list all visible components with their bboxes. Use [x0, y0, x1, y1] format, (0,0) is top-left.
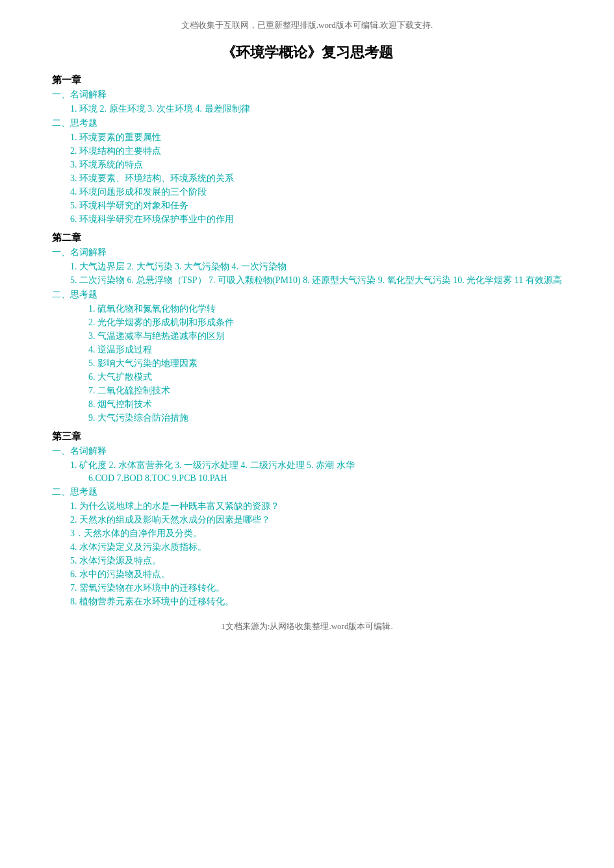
chapter3-item-7: 7. 需氧污染物在水环境中的迁移转化。: [52, 582, 562, 594]
chapter2-section2-title: 二、思考题: [52, 289, 562, 301]
chapter3-item-2: 2. 天然水的组成及影响天然水成分的因素是哪些？: [52, 514, 562, 526]
chapter3-item-1: 1. 为什么说地球上的水是一种既丰富又紧缺的资源？: [52, 501, 562, 512]
chapter1-item-3: 3. 环境系统的特点: [52, 159, 562, 171]
chapter2-terms-line1: 1. 大气边界层 2. 大气污染 3. 大气污染物 4. 一次污染物: [52, 261, 562, 273]
chapter1-section2-title: 二、思考题: [52, 118, 562, 129]
chapter2-item-6: 6. 大气扩散模式: [52, 371, 562, 383]
chapter3-item-6: 6. 水中的污染物及特点。: [52, 569, 562, 580]
chapter2-item-8: 8. 烟气控制技术: [52, 399, 562, 410]
chapter1-terms: 1. 环境 2. 原生环境 3. 次生环境 4. 最差限制律: [52, 103, 562, 115]
chapter2-item-3: 3. 气温递减率与绝热递减率的区别: [52, 330, 562, 342]
main-title: 《环境学概论》复习思考题: [52, 43, 562, 62]
chapter1-title: 第一章: [52, 74, 562, 86]
chapter1-item-7: 6. 环境科学研究在环境保护事业中的作用: [52, 214, 562, 225]
chapter3-item-3: 3．天然水体的自净作用及分类。: [52, 528, 562, 539]
chapter1-item-4: 3. 环境要素、环境结构、环境系统的关系: [52, 173, 562, 184]
chapter1-item-1: 1. 环境要素的重要属性: [52, 132, 562, 143]
chapter2-terms-line2: 5. 二次污染物 6. 总悬浮物（TSP） 7. 可吸入颗粒物(PM10) 8.…: [52, 275, 562, 286]
top-notice: 文档收集于互联网，已重新整理排版.word版本可编辑.欢迎下载支持.: [52, 19, 562, 31]
bottom-notice: 1文档来源为:从网络收集整理.word版本可编辑.: [52, 621, 562, 632]
chapter1-item-6: 5. 环境科学研究的对象和任务: [52, 200, 562, 212]
chapter2-item-7: 7. 二氧化硫控制技术: [52, 385, 562, 397]
chapter2-item-9: 9. 大气污染综合防治措施: [52, 412, 562, 424]
chapter3-terms-line1: 1. 矿化度 2. 水体富营养化 3. 一级污水处理 4. 二级污水处理 5. …: [52, 460, 562, 471]
chapter2-item-5: 5. 影响大气污染的地理因素: [52, 358, 562, 369]
chapter3-terms-line2: 6.COD 7.BOD 8.TOC 9.PCB 10.PAH: [52, 473, 562, 484]
chapter2-section1-title: 一、名词解释: [52, 247, 562, 258]
chapter1: 第一章 一、名词解释 1. 环境 2. 原生环境 3. 次生环境 4. 最差限制…: [52, 74, 562, 225]
chapter1-item-5: 4. 环境问题形成和发展的三个阶段: [52, 186, 562, 198]
chapter2-item-1: 1. 硫氧化物和氮氧化物的化学转: [52, 303, 562, 315]
chapter2-item-2: 2. 光化学烟雾的形成机制和形成条件: [52, 317, 562, 329]
chapter2-item-4: 4. 逆温形成过程: [52, 344, 562, 356]
chapter3-item-8: 8. 植物营养元素在水环境中的迁移转化。: [52, 596, 562, 608]
chapter1-section1-title: 一、名词解释: [52, 89, 562, 101]
chapter3-title: 第三章: [52, 430, 562, 443]
chapter3-item-5: 5. 水体污染源及特点。: [52, 555, 562, 567]
chapter2-title: 第二章: [52, 232, 562, 244]
chapter3-item-4: 4. 水体污染定义及污染水质指标。: [52, 541, 562, 553]
chapter3-section2-title: 二、思考题: [52, 486, 562, 498]
chapter1-item-2: 2. 环境结构的主要特点: [52, 145, 562, 157]
chapter3: 第三章 一、名词解释 1. 矿化度 2. 水体富营养化 3. 一级污水处理 4.…: [52, 430, 562, 608]
chapter3-section1-title: 一、名词解释: [52, 445, 562, 457]
chapter2: 第二章 一、名词解释 1. 大气边界层 2. 大气污染 3. 大气污染物 4. …: [52, 232, 562, 424]
